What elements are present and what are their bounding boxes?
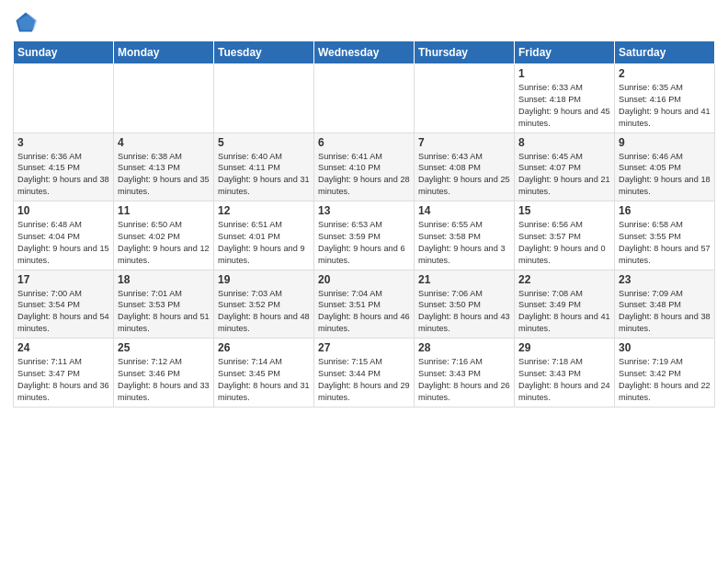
calendar-cell: 1Sunrise: 6:33 AM Sunset: 4:18 PM Daylig… (515, 64, 615, 133)
logo-icon (13, 9, 39, 35)
calendar-cell (14, 64, 114, 133)
weekday-header-wednesday: Wednesday (314, 41, 415, 64)
page: SundayMondayTuesdayWednesdayThursdayFrid… (0, 0, 728, 563)
calendar-cell: 12Sunrise: 6:51 AM Sunset: 4:01 PM Dayli… (214, 201, 314, 270)
day-info: Sunrise: 6:51 AM Sunset: 4:01 PM Dayligh… (218, 219, 310, 267)
calendar-cell: 11Sunrise: 6:50 AM Sunset: 4:02 PM Dayli… (114, 201, 214, 270)
day-number: 17 (17, 273, 109, 286)
calendar-cell: 2Sunrise: 6:35 AM Sunset: 4:16 PM Daylig… (615, 64, 715, 133)
day-number: 25 (118, 341, 210, 354)
calendar-cell: 4Sunrise: 6:38 AM Sunset: 4:13 PM Daylig… (114, 132, 214, 201)
day-info: Sunrise: 7:06 AM Sunset: 3:50 PM Dayligh… (418, 288, 510, 336)
day-info: Sunrise: 6:53 AM Sunset: 3:59 PM Dayligh… (318, 219, 410, 267)
calendar-cell: 18Sunrise: 7:01 AM Sunset: 3:53 PM Dayli… (114, 270, 214, 339)
day-number: 16 (619, 204, 711, 217)
day-info: Sunrise: 7:19 AM Sunset: 3:42 PM Dayligh… (619, 356, 711, 404)
day-info: Sunrise: 6:48 AM Sunset: 4:04 PM Dayligh… (17, 219, 109, 267)
weekday-header-monday: Monday (114, 41, 214, 64)
day-info: Sunrise: 7:01 AM Sunset: 3:53 PM Dayligh… (118, 288, 210, 336)
day-number: 19 (218, 273, 310, 286)
day-number: 12 (218, 204, 310, 217)
calendar-cell (114, 64, 214, 133)
day-info: Sunrise: 7:00 AM Sunset: 3:54 PM Dayligh… (17, 288, 109, 336)
day-info: Sunrise: 7:11 AM Sunset: 3:47 PM Dayligh… (17, 356, 109, 404)
calendar-cell: 6Sunrise: 6:41 AM Sunset: 4:10 PM Daylig… (314, 132, 415, 201)
week-row-2: 10Sunrise: 6:48 AM Sunset: 4:04 PM Dayli… (14, 201, 715, 270)
calendar-cell (314, 64, 415, 133)
day-number: 7 (418, 136, 510, 149)
day-number: 6 (318, 136, 410, 149)
calendar-cell: 29Sunrise: 7:18 AM Sunset: 3:43 PM Dayli… (515, 339, 615, 408)
calendar-cell: 14Sunrise: 6:55 AM Sunset: 3:58 PM Dayli… (415, 201, 515, 270)
day-number: 28 (418, 341, 510, 354)
calendar-cell: 7Sunrise: 6:43 AM Sunset: 4:08 PM Daylig… (415, 132, 515, 201)
weekday-header-saturday: Saturday (615, 41, 715, 64)
calendar-cell: 8Sunrise: 6:45 AM Sunset: 4:07 PM Daylig… (515, 132, 615, 201)
day-info: Sunrise: 6:45 AM Sunset: 4:07 PM Dayligh… (518, 151, 610, 199)
day-info: Sunrise: 7:09 AM Sunset: 3:48 PM Dayligh… (619, 288, 711, 336)
day-number: 9 (619, 136, 711, 149)
day-info: Sunrise: 7:03 AM Sunset: 3:52 PM Dayligh… (218, 288, 310, 336)
week-row-1: 3Sunrise: 6:36 AM Sunset: 4:15 PM Daylig… (14, 132, 715, 201)
week-row-0: 1Sunrise: 6:33 AM Sunset: 4:18 PM Daylig… (14, 64, 715, 133)
day-info: Sunrise: 7:16 AM Sunset: 3:43 PM Dayligh… (418, 356, 510, 404)
calendar-cell: 23Sunrise: 7:09 AM Sunset: 3:48 PM Dayli… (615, 270, 715, 339)
day-info: Sunrise: 6:46 AM Sunset: 4:05 PM Dayligh… (619, 151, 711, 199)
calendar-cell: 16Sunrise: 6:58 AM Sunset: 3:55 PM Dayli… (615, 201, 715, 270)
calendar-cell: 28Sunrise: 7:16 AM Sunset: 3:43 PM Dayli… (415, 339, 515, 408)
day-number: 29 (518, 341, 610, 354)
calendar-cell: 9Sunrise: 6:46 AM Sunset: 4:05 PM Daylig… (615, 132, 715, 201)
day-number: 13 (318, 204, 410, 217)
day-number: 22 (518, 273, 610, 286)
day-info: Sunrise: 7:18 AM Sunset: 3:43 PM Dayligh… (518, 356, 610, 404)
day-number: 11 (118, 204, 210, 217)
calendar-cell: 22Sunrise: 7:08 AM Sunset: 3:49 PM Dayli… (515, 270, 615, 339)
day-number: 14 (418, 204, 510, 217)
day-number: 21 (418, 273, 510, 286)
day-number: 10 (17, 204, 109, 217)
day-info: Sunrise: 6:55 AM Sunset: 3:58 PM Dayligh… (418, 219, 510, 267)
weekday-header-friday: Friday (515, 41, 615, 64)
logo (13, 9, 42, 35)
calendar-table: SundayMondayTuesdayWednesdayThursdayFrid… (13, 40, 715, 408)
day-info: Sunrise: 6:43 AM Sunset: 4:08 PM Dayligh… (418, 151, 510, 199)
header (13, 9, 715, 35)
calendar-cell (214, 64, 314, 133)
day-number: 2 (619, 67, 711, 80)
calendar-cell: 19Sunrise: 7:03 AM Sunset: 3:52 PM Dayli… (214, 270, 314, 339)
calendar-cell: 21Sunrise: 7:06 AM Sunset: 3:50 PM Dayli… (415, 270, 515, 339)
calendar-cell: 24Sunrise: 7:11 AM Sunset: 3:47 PM Dayli… (14, 339, 114, 408)
calendar-cell: 10Sunrise: 6:48 AM Sunset: 4:04 PM Dayli… (14, 201, 114, 270)
day-info: Sunrise: 6:56 AM Sunset: 3:57 PM Dayligh… (518, 219, 610, 267)
calendar-cell: 27Sunrise: 7:15 AM Sunset: 3:44 PM Dayli… (314, 339, 415, 408)
weekday-header-row: SundayMondayTuesdayWednesdayThursdayFrid… (14, 41, 715, 64)
weekday-header-thursday: Thursday (415, 41, 515, 64)
calendar-cell: 17Sunrise: 7:00 AM Sunset: 3:54 PM Dayli… (14, 270, 114, 339)
day-info: Sunrise: 6:35 AM Sunset: 4:16 PM Dayligh… (619, 82, 711, 130)
day-number: 23 (619, 273, 711, 286)
day-number: 3 (17, 136, 109, 149)
day-number: 18 (118, 273, 210, 286)
calendar-cell: 20Sunrise: 7:04 AM Sunset: 3:51 PM Dayli… (314, 270, 415, 339)
svg-marker-1 (17, 14, 37, 30)
day-info: Sunrise: 7:15 AM Sunset: 3:44 PM Dayligh… (318, 356, 410, 404)
day-number: 4 (118, 136, 210, 149)
day-number: 8 (518, 136, 610, 149)
day-number: 20 (318, 273, 410, 286)
day-number: 5 (218, 136, 310, 149)
day-info: Sunrise: 7:04 AM Sunset: 3:51 PM Dayligh… (318, 288, 410, 336)
calendar-cell: 26Sunrise: 7:14 AM Sunset: 3:45 PM Dayli… (214, 339, 314, 408)
day-info: Sunrise: 6:58 AM Sunset: 3:55 PM Dayligh… (619, 219, 711, 267)
calendar-body: 1Sunrise: 6:33 AM Sunset: 4:18 PM Daylig… (14, 64, 715, 408)
day-number: 1 (518, 67, 610, 80)
day-info: Sunrise: 6:38 AM Sunset: 4:13 PM Dayligh… (118, 151, 210, 199)
calendar-cell: 13Sunrise: 6:53 AM Sunset: 3:59 PM Dayli… (314, 201, 415, 270)
day-info: Sunrise: 7:12 AM Sunset: 3:46 PM Dayligh… (118, 356, 210, 404)
day-info: Sunrise: 7:14 AM Sunset: 3:45 PM Dayligh… (218, 356, 310, 404)
day-info: Sunrise: 6:41 AM Sunset: 4:10 PM Dayligh… (318, 151, 410, 199)
day-number: 30 (619, 341, 711, 354)
day-number: 27 (318, 341, 410, 354)
weekday-header-sunday: Sunday (14, 41, 114, 64)
day-number: 15 (518, 204, 610, 217)
day-number: 26 (218, 341, 310, 354)
